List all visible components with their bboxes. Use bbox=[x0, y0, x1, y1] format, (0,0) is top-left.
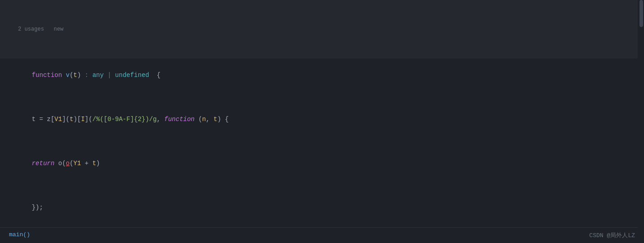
bottom-right-text: CSDN @局外人LZ bbox=[589, 231, 635, 239]
bottom-left-text: main() bbox=[9, 231, 30, 239]
bottom-bar: main() CSDN @局外人LZ bbox=[0, 227, 644, 243]
code-editor: 2 usages new function v(t) : any | undef… bbox=[0, 0, 644, 243]
code-line-3: return o(o(Y1 + t) bbox=[0, 136, 644, 180]
usage-count-1: 2 usages new bbox=[9, 22, 644, 36]
keyword-function: function bbox=[32, 72, 66, 79]
scrollbar-thumb[interactable] bbox=[639, 0, 643, 27]
code-line-1: function v(t) : any | undefined { bbox=[0, 58, 644, 92]
scrollbar[interactable] bbox=[638, 0, 644, 243]
code-line-2: t = z[V1](t)[I](/%([0-9A-F]{2})/g, funct… bbox=[0, 92, 644, 136]
usage-hint-line-1: 2 usages new bbox=[0, 0, 644, 58]
code-line-4: }); bbox=[0, 180, 644, 224]
